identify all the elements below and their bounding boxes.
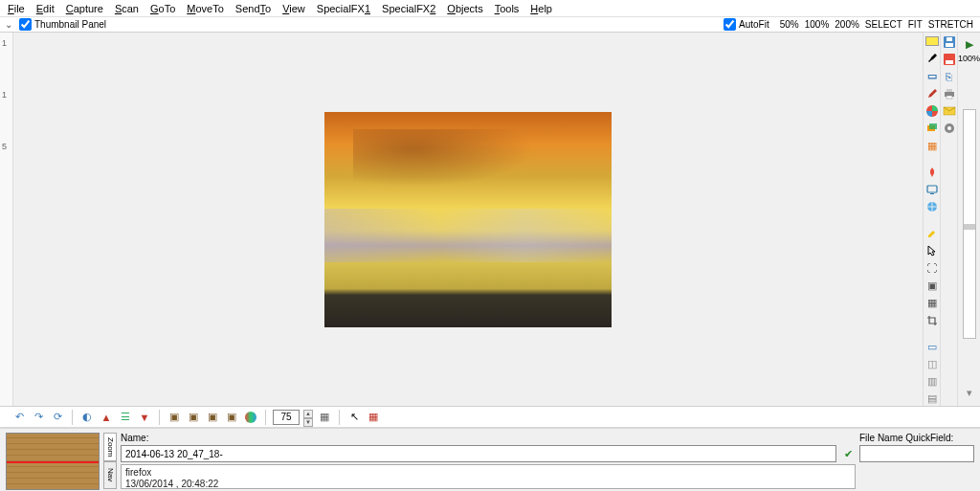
svg-rect-4 — [930, 193, 934, 194]
svg-rect-10 — [946, 60, 953, 64]
zoom-50[interactable]: 50% — [777, 19, 802, 30]
color-wheel-icon[interactable] — [924, 104, 940, 118]
memo-field[interactable]: firefox 13/06/2014 , 20:48:22 Screenshot… — [121, 464, 856, 489]
menubar: File Edit Capture Scan GoTo MoveTo SendT… — [0, 0, 980, 17]
save-as-icon[interactable] — [942, 52, 957, 67]
number-spinner[interactable]: ▲▼ — [303, 410, 313, 425]
zoom-percent-label: 100% — [958, 54, 980, 63]
bring-front-icon[interactable]: ◫ — [924, 357, 940, 370]
top-options-bar: ⌄ Thumbnail Panel AutoFit 50% 100% 200% … — [0, 17, 980, 33]
text-tool-icon[interactable]: ▭ — [924, 69, 940, 82]
zoom-stretch[interactable]: STRETCH — [925, 19, 976, 30]
menu-sendto[interactable]: SendTo — [230, 3, 277, 14]
quickfield-section: File Name QuickField: — [859, 433, 974, 489]
crop-icon[interactable] — [924, 314, 940, 327]
quickfield-input[interactable] — [859, 445, 974, 462]
expand-icon[interactable]: ⛶ — [924, 261, 940, 275]
flip-v-icon[interactable]: ▼ — [137, 410, 152, 425]
undo-icon[interactable]: ↶ — [11, 410, 27, 425]
save-icon[interactable] — [942, 34, 957, 50]
menu-objects[interactable]: Objects — [441, 3, 488, 14]
thumbnail-panel-checkbox[interactable] — [19, 18, 32, 31]
menu-tools[interactable]: Tools — [489, 3, 525, 14]
contrast-icon[interactable]: ◐ — [79, 410, 95, 425]
svg-rect-12 — [947, 89, 952, 92]
eyedropper-icon[interactable] — [924, 52, 940, 65]
border-icon-4[interactable]: ▣ — [224, 410, 239, 425]
menu-help[interactable]: Help — [524, 3, 558, 14]
globe-icon[interactable] — [924, 200, 940, 213]
redo-icon[interactable]: ↷ — [31, 410, 46, 425]
image-icon[interactable]: ▦ — [924, 139, 940, 152]
flip-h-icon[interactable]: ▲ — [99, 410, 114, 425]
svg-point-17 — [245, 412, 256, 423]
menu-capture[interactable]: Capture — [60, 3, 109, 14]
tab-nav[interactable]: Nav — [103, 461, 117, 490]
number-input[interactable]: 75 — [273, 410, 300, 425]
screenshot-image[interactable] — [324, 112, 612, 327]
refresh-icon[interactable]: ⟳ — [50, 410, 65, 425]
select-region-icon[interactable]: ▣ — [924, 279, 940, 292]
zoom-select[interactable]: SELECT — [862, 19, 905, 30]
svg-rect-2 — [929, 123, 937, 129]
menu-view[interactable]: View — [277, 3, 311, 14]
vertical-ruler: 1 1 5 — [0, 33, 13, 406]
border-icon-3[interactable]: ▣ — [205, 410, 220, 425]
brush-icon[interactable] — [924, 87, 940, 100]
name-section: Name: ✔ firefox 13/06/2014 , 20:48:22 Sc… — [121, 433, 856, 489]
cursor-icon[interactable] — [924, 244, 940, 257]
autofit-checkbox[interactable] — [724, 18, 736, 31]
ruler-tick: 1 — [2, 38, 7, 48]
arrow-cursor-icon[interactable]: ↖ — [346, 410, 362, 425]
menu-moveto[interactable]: MoveTo — [181, 3, 230, 14]
copy-icon[interactable]: ⎘ — [942, 69, 957, 84]
tool-column-1: ▭ ▦ ⛶ ▣ ▦ ▭ ◫ ▥ ▤ — [923, 33, 940, 406]
apply-box-icon[interactable]: ▦ — [317, 410, 332, 425]
calendar-icon[interactable]: ▦ — [366, 410, 381, 425]
collapse-caret-icon[interactable]: ⌄ — [4, 19, 13, 30]
canvas-area[interactable] — [13, 33, 923, 406]
svg-rect-3 — [927, 186, 937, 192]
menu-goto[interactable]: GoTo — [145, 3, 181, 14]
navigator-tabs: Zoom Nav — [103, 433, 117, 489]
print-icon[interactable] — [942, 86, 957, 101]
window-icon[interactable]: ▭ — [924, 340, 940, 353]
zoom-bottom-icon[interactable]: ▾ — [962, 385, 977, 400]
menu-specialfx1[interactable]: SpecialFX1 — [311, 3, 376, 14]
grid-icon[interactable]: ▦ — [924, 297, 940, 310]
apply-name-icon[interactable]: ✔ — [840, 446, 856, 461]
menu-specialfx2[interactable]: SpecialFX2 — [376, 3, 441, 14]
ruler-tick: 5 — [2, 142, 7, 151]
menu-scan[interactable]: Scan — [109, 3, 145, 14]
tab-zoom[interactable]: Zoom — [103, 433, 117, 461]
name-label: Name: — [121, 433, 148, 443]
zoom-play-icon[interactable]: ▶ — [962, 36, 977, 52]
layers-icon[interactable] — [924, 122, 940, 135]
bottom-toolbar: ↶ ↷ ⟳ ◐ ▲ ☰ ▼ ▣ ▣ ▣ ▣ 75 ▲▼ ▦ ↖ ▦ — [0, 406, 980, 427]
zoom-fit[interactable]: FIT — [905, 19, 925, 30]
pushpin-icon[interactable] — [924, 166, 940, 179]
info-panel: Zoom Nav Name: ✔ firefox 13/06/2014 , 20… — [0, 427, 980, 491]
menu-edit[interactable]: Edit — [31, 3, 60, 14]
monitor-icon[interactable] — [924, 183, 940, 196]
panel-icon[interactable]: ▤ — [924, 392, 940, 406]
menu-file[interactable]: File — [2, 3, 31, 14]
zoom-100[interactable]: 100% — [802, 19, 833, 30]
zoom-200[interactable]: 200% — [832, 19, 862, 30]
stack-icon[interactable]: ▥ — [924, 375, 940, 389]
navigator-thumbnail[interactable] — [6, 433, 100, 490]
gear-icon[interactable] — [942, 121, 957, 136]
zoom-slider[interactable] — [963, 109, 976, 339]
svg-point-16 — [947, 126, 951, 130]
memo-line: 13/06/2014 , 20:48:22 — [125, 479, 851, 489]
thumbnail-panel-label: Thumbnail Panel — [34, 19, 106, 30]
border-icon-2[interactable]: ▣ — [186, 410, 201, 425]
color-circle-icon[interactable] — [243, 410, 258, 425]
mail-icon[interactable] — [942, 103, 957, 119]
list-icon[interactable]: ☰ — [118, 410, 133, 425]
highlighter-icon[interactable] — [924, 227, 940, 240]
memo-line: firefox — [125, 467, 851, 479]
name-input[interactable] — [121, 445, 836, 462]
color-swatch-icon[interactable] — [924, 34, 940, 48]
border-icon-1[interactable]: ▣ — [167, 410, 182, 425]
